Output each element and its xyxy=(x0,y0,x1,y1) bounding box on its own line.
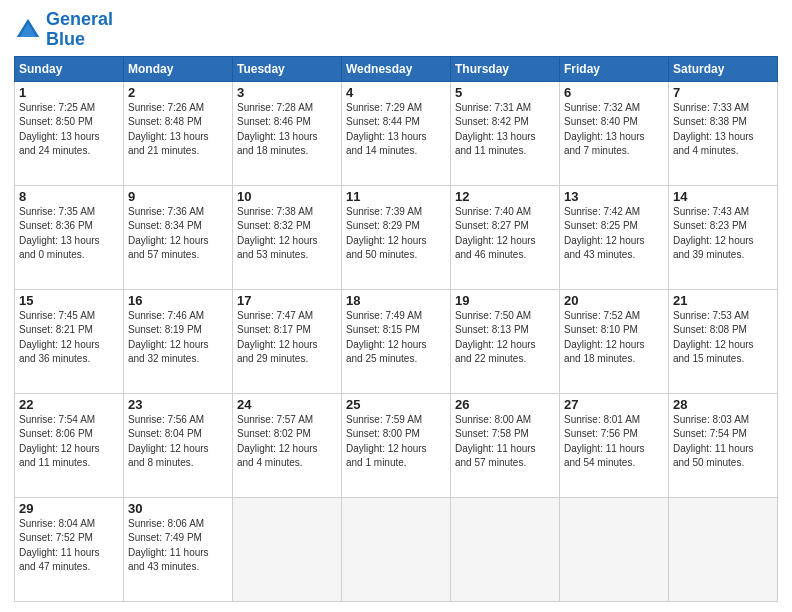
calendar-cell: 13 Sunrise: 7:42 AMSunset: 8:25 PMDaylig… xyxy=(560,185,669,289)
day-info: Sunrise: 8:06 AMSunset: 7:49 PMDaylight:… xyxy=(128,517,228,575)
header-sunday: Sunday xyxy=(15,56,124,81)
day-number: 22 xyxy=(19,397,119,412)
day-info: Sunrise: 7:28 AMSunset: 8:46 PMDaylight:… xyxy=(237,101,337,159)
day-number: 14 xyxy=(673,189,773,204)
day-number: 13 xyxy=(564,189,664,204)
day-info: Sunrise: 7:46 AMSunset: 8:19 PMDaylight:… xyxy=(128,309,228,367)
day-number: 12 xyxy=(455,189,555,204)
logo-text: General Blue xyxy=(46,10,113,50)
day-info: Sunrise: 7:56 AMSunset: 8:04 PMDaylight:… xyxy=(128,413,228,471)
day-number: 29 xyxy=(19,501,119,516)
calendar-cell: 27 Sunrise: 8:01 AMSunset: 7:56 PMDaylig… xyxy=(560,393,669,497)
header-tuesday: Tuesday xyxy=(233,56,342,81)
calendar-cell xyxy=(451,497,560,601)
calendar-cell xyxy=(669,497,778,601)
day-info: Sunrise: 7:57 AMSunset: 8:02 PMDaylight:… xyxy=(237,413,337,471)
calendar-cell: 22 Sunrise: 7:54 AMSunset: 8:06 PMDaylig… xyxy=(15,393,124,497)
day-number: 21 xyxy=(673,293,773,308)
day-number: 9 xyxy=(128,189,228,204)
calendar-table: SundayMondayTuesdayWednesdayThursdayFrid… xyxy=(14,56,778,602)
day-number: 26 xyxy=(455,397,555,412)
day-info: Sunrise: 7:49 AMSunset: 8:15 PMDaylight:… xyxy=(346,309,446,367)
calendar-cell: 16 Sunrise: 7:46 AMSunset: 8:19 PMDaylig… xyxy=(124,289,233,393)
calendar-cell xyxy=(233,497,342,601)
day-number: 30 xyxy=(128,501,228,516)
calendar-cell: 14 Sunrise: 7:43 AMSunset: 8:23 PMDaylig… xyxy=(669,185,778,289)
calendar-week-row: 22 Sunrise: 7:54 AMSunset: 8:06 PMDaylig… xyxy=(15,393,778,497)
calendar-cell: 1 Sunrise: 7:25 AMSunset: 8:50 PMDayligh… xyxy=(15,81,124,185)
calendar-cell: 29 Sunrise: 8:04 AMSunset: 7:52 PMDaylig… xyxy=(15,497,124,601)
day-number: 11 xyxy=(346,189,446,204)
day-number: 8 xyxy=(19,189,119,204)
calendar-cell: 21 Sunrise: 7:53 AMSunset: 8:08 PMDaylig… xyxy=(669,289,778,393)
day-number: 18 xyxy=(346,293,446,308)
calendar-week-row: 15 Sunrise: 7:45 AMSunset: 8:21 PMDaylig… xyxy=(15,289,778,393)
calendar-cell: 17 Sunrise: 7:47 AMSunset: 8:17 PMDaylig… xyxy=(233,289,342,393)
calendar-cell xyxy=(560,497,669,601)
day-info: Sunrise: 7:32 AMSunset: 8:40 PMDaylight:… xyxy=(564,101,664,159)
day-number: 17 xyxy=(237,293,337,308)
calendar-cell: 9 Sunrise: 7:36 AMSunset: 8:34 PMDayligh… xyxy=(124,185,233,289)
day-number: 7 xyxy=(673,85,773,100)
calendar-cell: 24 Sunrise: 7:57 AMSunset: 8:02 PMDaylig… xyxy=(233,393,342,497)
day-number: 2 xyxy=(128,85,228,100)
header: General Blue xyxy=(14,10,778,50)
day-info: Sunrise: 8:00 AMSunset: 7:58 PMDaylight:… xyxy=(455,413,555,471)
calendar-cell: 11 Sunrise: 7:39 AMSunset: 8:29 PMDaylig… xyxy=(342,185,451,289)
day-info: Sunrise: 7:54 AMSunset: 8:06 PMDaylight:… xyxy=(19,413,119,471)
calendar-cell: 30 Sunrise: 8:06 AMSunset: 7:49 PMDaylig… xyxy=(124,497,233,601)
header-saturday: Saturday xyxy=(669,56,778,81)
day-info: Sunrise: 7:38 AMSunset: 8:32 PMDaylight:… xyxy=(237,205,337,263)
header-thursday: Thursday xyxy=(451,56,560,81)
calendar-cell: 8 Sunrise: 7:35 AMSunset: 8:36 PMDayligh… xyxy=(15,185,124,289)
day-info: Sunrise: 8:03 AMSunset: 7:54 PMDaylight:… xyxy=(673,413,773,471)
day-info: Sunrise: 7:35 AMSunset: 8:36 PMDaylight:… xyxy=(19,205,119,263)
calendar-cell: 25 Sunrise: 7:59 AMSunset: 8:00 PMDaylig… xyxy=(342,393,451,497)
calendar-week-row: 8 Sunrise: 7:35 AMSunset: 8:36 PMDayligh… xyxy=(15,185,778,289)
day-info: Sunrise: 7:40 AMSunset: 8:27 PMDaylight:… xyxy=(455,205,555,263)
calendar-cell: 28 Sunrise: 8:03 AMSunset: 7:54 PMDaylig… xyxy=(669,393,778,497)
header-wednesday: Wednesday xyxy=(342,56,451,81)
day-number: 6 xyxy=(564,85,664,100)
day-info: Sunrise: 7:29 AMSunset: 8:44 PMDaylight:… xyxy=(346,101,446,159)
calendar-cell: 6 Sunrise: 7:32 AMSunset: 8:40 PMDayligh… xyxy=(560,81,669,185)
day-info: Sunrise: 7:25 AMSunset: 8:50 PMDaylight:… xyxy=(19,101,119,159)
calendar-header-row: SundayMondayTuesdayWednesdayThursdayFrid… xyxy=(15,56,778,81)
calendar-cell: 2 Sunrise: 7:26 AMSunset: 8:48 PMDayligh… xyxy=(124,81,233,185)
day-number: 20 xyxy=(564,293,664,308)
day-info: Sunrise: 7:26 AMSunset: 8:48 PMDaylight:… xyxy=(128,101,228,159)
day-number: 28 xyxy=(673,397,773,412)
day-info: Sunrise: 7:36 AMSunset: 8:34 PMDaylight:… xyxy=(128,205,228,263)
day-info: Sunrise: 7:43 AMSunset: 8:23 PMDaylight:… xyxy=(673,205,773,263)
day-info: Sunrise: 7:31 AMSunset: 8:42 PMDaylight:… xyxy=(455,101,555,159)
calendar-cell: 19 Sunrise: 7:50 AMSunset: 8:13 PMDaylig… xyxy=(451,289,560,393)
calendar-cell: 20 Sunrise: 7:52 AMSunset: 8:10 PMDaylig… xyxy=(560,289,669,393)
calendar-week-row: 1 Sunrise: 7:25 AMSunset: 8:50 PMDayligh… xyxy=(15,81,778,185)
day-number: 24 xyxy=(237,397,337,412)
day-info: Sunrise: 7:45 AMSunset: 8:21 PMDaylight:… xyxy=(19,309,119,367)
day-info: Sunrise: 7:59 AMSunset: 8:00 PMDaylight:… xyxy=(346,413,446,471)
day-number: 19 xyxy=(455,293,555,308)
day-number: 4 xyxy=(346,85,446,100)
calendar-cell: 15 Sunrise: 7:45 AMSunset: 8:21 PMDaylig… xyxy=(15,289,124,393)
calendar-cell: 3 Sunrise: 7:28 AMSunset: 8:46 PMDayligh… xyxy=(233,81,342,185)
day-number: 16 xyxy=(128,293,228,308)
calendar-cell: 10 Sunrise: 7:38 AMSunset: 8:32 PMDaylig… xyxy=(233,185,342,289)
page: General Blue SundayMondayTuesdayWednesda… xyxy=(0,0,792,612)
header-friday: Friday xyxy=(560,56,669,81)
calendar-cell: 18 Sunrise: 7:49 AMSunset: 8:15 PMDaylig… xyxy=(342,289,451,393)
day-info: Sunrise: 7:47 AMSunset: 8:17 PMDaylight:… xyxy=(237,309,337,367)
day-info: Sunrise: 7:50 AMSunset: 8:13 PMDaylight:… xyxy=(455,309,555,367)
calendar-cell xyxy=(342,497,451,601)
logo-icon xyxy=(14,16,42,44)
day-number: 3 xyxy=(237,85,337,100)
calendar-cell: 4 Sunrise: 7:29 AMSunset: 8:44 PMDayligh… xyxy=(342,81,451,185)
calendar-week-row: 29 Sunrise: 8:04 AMSunset: 7:52 PMDaylig… xyxy=(15,497,778,601)
day-info: Sunrise: 8:04 AMSunset: 7:52 PMDaylight:… xyxy=(19,517,119,575)
day-number: 15 xyxy=(19,293,119,308)
header-monday: Monday xyxy=(124,56,233,81)
logo: General Blue xyxy=(14,10,113,50)
day-info: Sunrise: 7:33 AMSunset: 8:38 PMDaylight:… xyxy=(673,101,773,159)
calendar-cell: 5 Sunrise: 7:31 AMSunset: 8:42 PMDayligh… xyxy=(451,81,560,185)
day-info: Sunrise: 7:39 AMSunset: 8:29 PMDaylight:… xyxy=(346,205,446,263)
